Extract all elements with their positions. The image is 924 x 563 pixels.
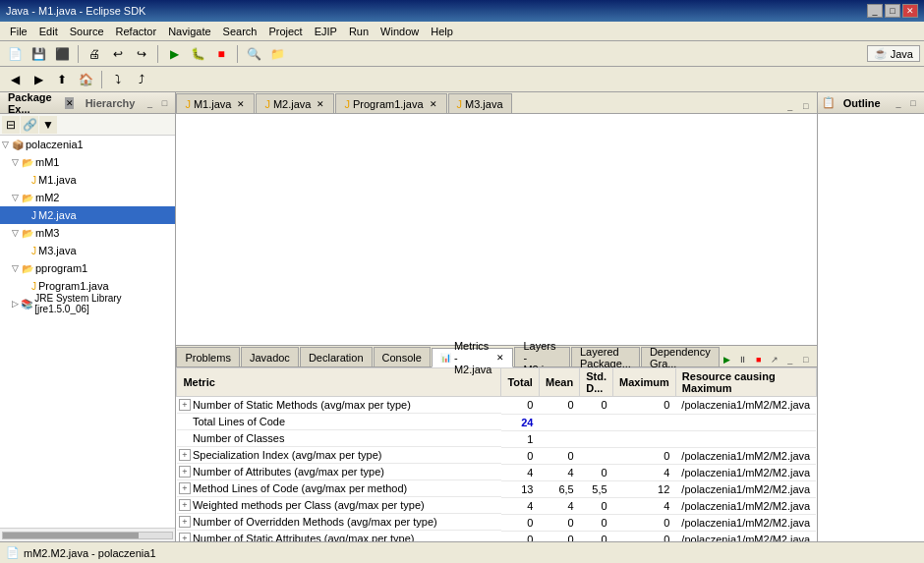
bottom-tabs-area: Problems Javadoc Declaration Console 📊 M… — [176, 345, 816, 541]
minimize-outline-button[interactable]: _ — [892, 96, 905, 110]
new-button[interactable]: 📄 — [4, 44, 26, 64]
tab-outline[interactable]: Outline — [839, 96, 885, 110]
menu-item-navigate[interactable]: Navigate — [162, 25, 216, 38]
tree-item-mM3[interactable]: ▽ 📂 mM3 — [0, 224, 175, 242]
table-row[interactable]: +Method Lines of Code (avg/max per metho… — [177, 480, 816, 497]
tab-close-M2java[interactable]: ✕ — [316, 99, 325, 109]
pause-button[interactable]: ⏸ — [736, 353, 750, 366]
tree-label: mM2 — [35, 192, 59, 203]
editor-tab-Program1java[interactable]: J Program1.java ✕ — [335, 93, 446, 113]
java-perspective-badge[interactable]: ☕ Java — [867, 45, 920, 62]
table-row[interactable]: +Number of Static Methods (avg/max per t… — [177, 397, 816, 415]
tab-layered-package[interactable]: Layered Package... — [571, 347, 640, 366]
save-button[interactable]: 💾 — [28, 44, 49, 64]
tree-label: M2.java — [38, 209, 77, 221]
tab-close-Program1java[interactable]: ✕ — [429, 99, 438, 109]
tree-item-jre[interactable]: ▷ 📚 JRE System Library [jre1.5.0_06] — [0, 295, 175, 312]
menu-item-source[interactable]: Source — [64, 25, 110, 38]
maximize-editor-button[interactable]: □ — [799, 99, 813, 113]
minimize-panel-button[interactable]: _ — [143, 96, 156, 110]
menu-item-project[interactable]: Project — [262, 25, 308, 38]
tab-console[interactable]: Console — [374, 347, 431, 366]
table-row[interactable]: +Weighted methods per Class (avg/max per… — [177, 497, 816, 514]
menu-item-search[interactable]: Search — [217, 25, 263, 38]
minimize-editor-button[interactable]: _ — [783, 99, 797, 113]
tree-item-M3java[interactable]: J M3.java — [0, 242, 175, 259]
table-row[interactable]: +Number of Static Attributes (avg/max pe… — [177, 531, 816, 541]
forward-button[interactable]: ▶ — [28, 70, 49, 89]
package-explorer-close[interactable]: ✕ — [65, 97, 73, 109]
print-button[interactable]: 🖨 — [84, 44, 105, 64]
expand-metric-icon[interactable]: + — [179, 399, 191, 411]
view-menu-button[interactable]: ▼ — [39, 116, 57, 134]
tree-item-mM2[interactable]: ▽ 📂 mM2 — [0, 189, 175, 206]
tab-close-M1java[interactable]: ✕ — [236, 99, 246, 109]
expand-metric-icon[interactable]: + — [179, 533, 191, 541]
menu-item-window[interactable]: Window — [375, 25, 425, 38]
tab-package-explorer[interactable]: Package Ex... — [4, 90, 59, 116]
undo-button[interactable]: ↩ — [107, 44, 129, 64]
expand-metric-icon[interactable]: + — [179, 499, 191, 511]
tree-item-mM1[interactable]: ▽ 📂 mM1 — [0, 153, 175, 171]
maximize-outline-button[interactable]: □ — [906, 96, 920, 110]
package-icon: 📂 — [22, 157, 33, 168]
menu-item-ejip[interactable]: EJIP — [309, 25, 343, 38]
tree-item-polaczenia1[interactable]: ▽ 📦 polaczenia1 — [0, 136, 175, 153]
expand-metric-icon[interactable]: + — [179, 482, 191, 494]
open-button[interactable]: 📁 — [266, 44, 288, 64]
minimize-button[interactable]: _ — [867, 4, 883, 18]
tab-close-metrics[interactable]: ✕ — [496, 353, 504, 363]
export-button[interactable]: ↗ — [768, 353, 781, 366]
left-panel-scrollbar[interactable] — [0, 528, 175, 541]
search-ext-button[interactable]: 🔍 — [243, 44, 264, 64]
up-button[interactable]: ⬆ — [51, 70, 73, 89]
stop-button[interactable]: ■ — [210, 44, 232, 64]
debug-button[interactable]: 🐛 — [187, 44, 208, 64]
next-edit-button[interactable]: ⤵ — [107, 70, 129, 89]
menu-item-run[interactable]: Run — [343, 25, 375, 38]
menu-item-refactor[interactable]: Refactor — [110, 25, 163, 38]
editor-tab-M1java[interactable]: J M1.java ✕ — [176, 93, 255, 113]
menu-item-edit[interactable]: Edit — [33, 25, 64, 38]
maximize-panel-button[interactable]: □ — [157, 96, 171, 110]
prev-edit-button[interactable]: ⤴ — [131, 70, 152, 89]
menu-item-help[interactable]: Help — [425, 25, 459, 38]
tab-javadoc[interactable]: Javadoc — [241, 347, 299, 366]
table-row[interactable]: +Number of Attributes (avg/max per type)… — [177, 464, 816, 480]
expand-metric-icon[interactable]: + — [179, 449, 191, 461]
stop-metric-button[interactable]: ■ — [752, 353, 766, 366]
run-button[interactable]: ▶ — [163, 44, 185, 64]
redo-button[interactable]: ↪ — [131, 44, 152, 64]
tab-label: M2.java — [273, 98, 312, 110]
outline-icon: 📋 — [822, 96, 836, 109]
tree-item-pprogram1[interactable]: ▽ 📂 pprogram1 — [0, 259, 175, 277]
save-all-button[interactable]: ⬛ — [51, 44, 73, 64]
table-row[interactable]: Total Lines of Code24 — [177, 414, 816, 430]
metric-value-cell: /polaczenia1/mM2/M2.java — [675, 447, 816, 464]
table-row[interactable]: +Specialization Index (avg/max per type)… — [177, 447, 816, 464]
run-metric-button[interactable]: ▶ — [721, 353, 734, 366]
expand-metric-icon[interactable]: + — [179, 516, 191, 528]
tree-item-M1java[interactable]: J M1.java — [0, 171, 175, 189]
maximize-button[interactable]: □ — [885, 4, 900, 18]
editor-tab-M2java[interactable]: J M2.java ✕ — [256, 93, 334, 113]
tree-item-M2java[interactable]: J M2.java — [0, 206, 175, 224]
tab-problems[interactable]: Problems — [176, 347, 239, 366]
link-editor-button[interactable]: 🔗 — [21, 116, 38, 134]
menu-item-file[interactable]: File — [4, 25, 33, 38]
tab-metrics[interactable]: 📊 Metrics - M2.java ✕ — [432, 348, 514, 367]
collapse-all-button[interactable]: ⊟ — [2, 116, 20, 134]
close-button[interactable]: ✕ — [902, 4, 918, 18]
maximize-bottom-button[interactable]: □ — [799, 353, 813, 366]
editor-tab-M3java[interactable]: J M3.java — [448, 93, 512, 113]
tab-declaration[interactable]: Declaration — [300, 347, 373, 366]
tab-layers[interactable]: Layers - M2.java — [514, 347, 570, 366]
tab-hierarchy[interactable]: Hierarchy — [82, 96, 140, 110]
table-row[interactable]: Number of Classes1 — [177, 430, 816, 447]
table-row[interactable]: +Number of Overridden Methods (avg/max p… — [177, 514, 816, 531]
back-button[interactable]: ◀ — [4, 70, 26, 89]
tab-dependency-graph[interactable]: Dependency Gra... — [641, 347, 720, 366]
minimize-bottom-button[interactable]: _ — [783, 353, 797, 366]
home-button[interactable]: 🏠 — [75, 70, 96, 89]
expand-metric-icon[interactable]: + — [179, 466, 191, 478]
